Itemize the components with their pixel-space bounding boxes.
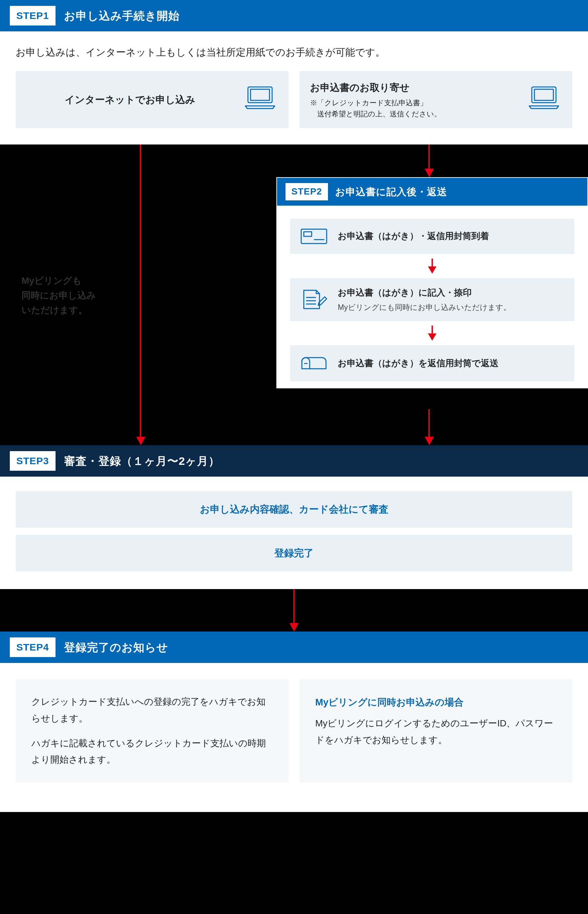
mid-left-column: Myビリングも 同時にお申し込み いただけます。: [0, 144, 276, 445]
step1-option-internet-label: インターネットでお申し込み: [26, 92, 234, 107]
step1-body: お申し込みは、インターネット上もしくは当社所定用紙でのお手続きが可能です。 イン…: [0, 31, 588, 144]
step1-option-form-note: ※「クレジットカード支払申込書」 送付希望と明記の上、送信ください。: [310, 97, 517, 120]
step3-box-review: お申し込み内容確認、カード会社にて審査: [16, 491, 572, 528]
step1-lead-text: お申し込みは、インターネット上もしくは当社所定用紙でのお手続きが可能です。: [16, 44, 572, 60]
step4-columns: クレジットカード支払いへの登録の完了をハガキでお知らせします。 ハガキに記載され…: [16, 679, 572, 783]
step4-title: 登録完了のお知らせ: [64, 639, 168, 656]
step2-item-3-title: お申込書（はがき）を返信用封筒で返送: [338, 357, 564, 370]
step3-title: 審査・登録（１ヶ月〜2ヶ月）: [64, 452, 220, 470]
step2-item-2: お申込書（はがき）に記入・捺印 Myビリングにも同時にお申し込みいただけます。: [290, 278, 574, 321]
step1-header: STEP1 お申し込み手続き開始: [0, 0, 588, 31]
step4-left-column: クレジットカード支払いへの登録の完了をハガキでお知らせします。 ハガキに記載され…: [16, 679, 288, 783]
step3-box-complete: 登録完了: [16, 535, 572, 571]
step4-left-p1: クレジットカード支払いへの登録の完了をハガキでお知らせします。: [31, 694, 273, 727]
mid-right-column: STEP2 お申込書に記入後・返送 お申込書（はがき）・返信用封筒到着: [276, 144, 588, 445]
step1-option-form: お申込書のお取り寄せ ※「クレジットカード支払申込書」 送付希望と明記の上、送信…: [300, 71, 572, 128]
step2-item-2-title: お申込書（はがき）に記入・捺印: [338, 286, 564, 300]
step4-header: STEP4 登録完了のお知らせ: [0, 632, 588, 663]
step2-title: お申込書に記入後・返送: [335, 184, 447, 200]
svg-marker-13: [428, 334, 436, 340]
step2-header: STEP2 お申込書に記入後・返送: [277, 178, 587, 206]
step2-item-2-sub: Myビリングにも同時にお申し込みいただけます。: [338, 302, 564, 313]
envelope-icon: [300, 227, 328, 246]
laptop-icon: [526, 84, 562, 115]
step4-body-card: クレジットカード支払いへの登録の完了をハガキでお知らせします。 ハガキに記載され…: [0, 663, 588, 812]
mid-left-note: Myビリングも 同時にお申し込み いただけます。: [21, 274, 96, 318]
step4-right-column: Myビリングに同時お申込みの場合 MyビリングにログインするためのユーザーID、…: [300, 679, 572, 783]
step2-tag: STEP2: [286, 183, 328, 200]
step4-left-p2: ハガキに記載されているクレジットカード支払いの時期より開始されます。: [31, 735, 273, 768]
step2-item-1: お申込書（はがき）・返信用封筒到着: [290, 219, 574, 254]
svg-rect-3: [535, 89, 553, 100]
mid-flow-area: Myビリングも 同時にお申し込み いただけます。 STEP2 お申込書に記入後・…: [0, 144, 588, 445]
step1-options-row: インターネットでお申し込み お申込書のお取り寄せ ※「クレジットカード支払申込書…: [16, 71, 572, 128]
step4-right-heading: Myビリングに同時お申込みの場合: [315, 694, 557, 711]
laptop-icon: [242, 84, 278, 115]
step2-item-3: お申込書（はがき）を返信用封筒で返送: [290, 345, 574, 381]
step1-option-form-label: お申込書のお取り寄せ: [310, 80, 517, 96]
down-arrow-icon: [427, 259, 437, 274]
step1-title: お申し込み手続き開始: [64, 7, 180, 24]
document-pen-icon: [300, 288, 328, 311]
svg-marker-8: [428, 266, 436, 274]
step2-item-1-title: お申込書（はがき）・返信用封筒到着: [338, 230, 564, 243]
step4-right-p: MyビリングにログインするためのユーザーID、パスワードをハガキでお知らせします…: [315, 715, 557, 748]
svg-rect-1: [250, 89, 270, 100]
step2-body: お申込書（はがき）・返信用封筒到着: [277, 206, 587, 388]
step4-tag: STEP4: [10, 637, 55, 657]
step3-tag: STEP3: [10, 451, 55, 471]
step3-header: STEP3 審査・登録（１ヶ月〜2ヶ月）: [0, 445, 588, 476]
svg-rect-5: [304, 232, 312, 237]
mailbox-icon: [300, 353, 328, 373]
step1-tag: STEP1: [10, 6, 55, 26]
flow-arrow-step3-to-step4: [0, 589, 588, 632]
step3-body-card: お申し込み内容確認、カード会社にて審査 登録完了: [0, 476, 588, 589]
down-arrow-icon: [427, 326, 437, 340]
step1-option-internet: インターネットでお申し込み: [16, 71, 288, 128]
step2-panel: STEP2 お申込書に記入後・返送 お申込書（はがき）・返信用封筒到着: [276, 177, 588, 388]
